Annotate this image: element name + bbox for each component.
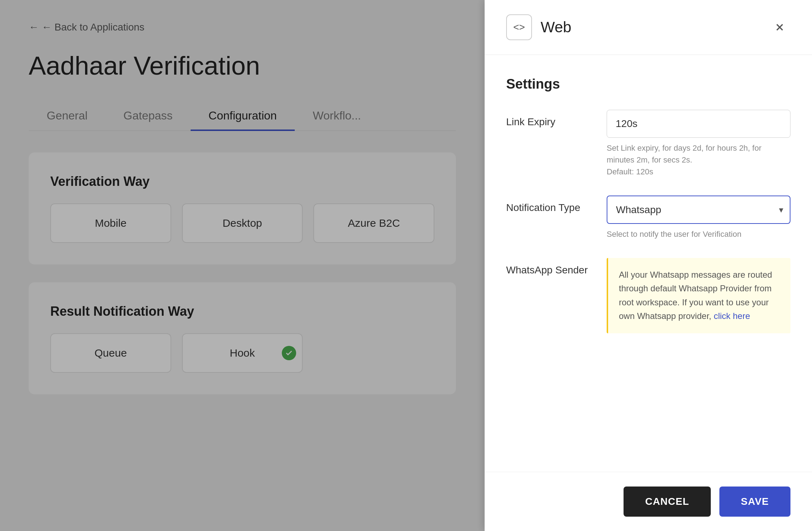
code-icon: <> (506, 14, 532, 40)
whatsapp-info-box: All your Whatsapp messages are routed th… (607, 258, 790, 333)
whatsapp-click-here-link[interactable]: click here (714, 311, 750, 321)
background-page: ← ← Back to Applications Aadhaar Verific… (0, 0, 485, 531)
notification-type-row: Notification Type Email SMS Whatsapp ▾ S… (506, 196, 790, 240)
panel-header-left: <> Web (506, 14, 571, 40)
notification-type-field: Email SMS Whatsapp ▾ Select to notify th… (607, 196, 790, 240)
link-expiry-hint: Set Link expiry, for days 2d, for hours … (607, 142, 790, 178)
panel-footer: CANCEL SAVE (485, 472, 812, 531)
notification-type-label: Notification Type (506, 196, 607, 213)
cancel-button[interactable]: CANCEL (624, 487, 711, 517)
link-expiry-input[interactable] (607, 110, 790, 138)
panel-body: Settings Link Expiry Set Link expiry, fo… (485, 55, 812, 472)
overlay (0, 0, 485, 531)
panel-title: Web (541, 19, 571, 36)
link-expiry-label: Link Expiry (506, 110, 607, 128)
link-expiry-row: Link Expiry Set Link expiry, for days 2d… (506, 110, 790, 178)
whatsapp-sender-label: WhatsApp Sender (506, 258, 607, 276)
notification-type-select-wrapper: Email SMS Whatsapp ▾ (607, 196, 790, 224)
close-button[interactable] (769, 17, 790, 38)
settings-panel: <> Web Settings Link Expiry Set Link exp… (485, 0, 812, 531)
whatsapp-sender-field: All your Whatsapp messages are routed th… (607, 258, 790, 333)
notification-type-select[interactable]: Email SMS Whatsapp (607, 196, 790, 224)
link-expiry-field: Set Link expiry, for days 2d, for hours … (607, 110, 790, 178)
save-button[interactable]: SAVE (719, 487, 790, 517)
settings-title: Settings (506, 76, 790, 92)
whatsapp-sender-row: WhatsApp Sender All your Whatsapp messag… (506, 258, 790, 333)
panel-header: <> Web (485, 0, 812, 55)
notification-type-hint: Select to notify the user for Verificati… (607, 228, 790, 240)
